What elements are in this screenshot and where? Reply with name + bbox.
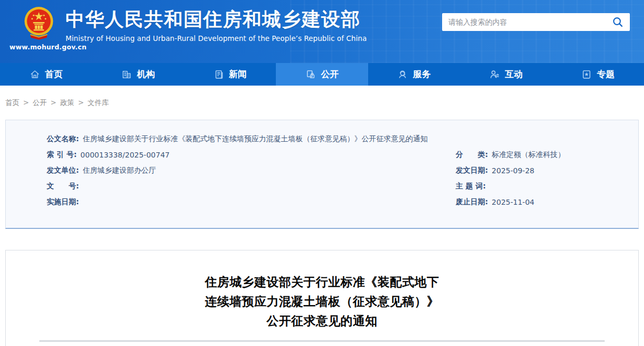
nav-item-label: 公开	[321, 68, 339, 80]
breadcrumb-item-document-library[interactable]: 文件库	[88, 98, 109, 107]
nav-item-label: 互动	[505, 68, 523, 80]
service-icon	[397, 69, 408, 80]
site-title-block: 中华人民共和国住房和城乡建设部 Ministry of Housing and …	[66, 7, 367, 43]
breadcrumb-item-policy[interactable]: 政策	[60, 98, 74, 107]
meta-field-index-no: 索 引 号: 000013338/2025-00747	[47, 147, 456, 163]
meta-value: 2025-11-04	[492, 198, 534, 206]
article-title: 住房城乡建设部关于行业标准《装配式地下 连续墙预应力混凝土墙板（征求意见稿）》 …	[6, 272, 638, 331]
breadcrumb-item-home[interactable]: 首页	[5, 98, 19, 107]
meta-value: 住房城乡建设部办公厅	[83, 166, 156, 175]
main-nav: 首页 机构 新闻 公开 服务	[0, 63, 644, 86]
site-title-en: Ministry of Housing and Urban-Rural Deve…	[66, 34, 367, 43]
nav-item-topics[interactable]: 专题	[552, 63, 644, 86]
nav-item-disclosure[interactable]: 公开	[276, 63, 368, 86]
nav-item-news[interactable]: 新闻	[184, 63, 276, 86]
topics-icon	[581, 69, 592, 80]
meta-field-repeal-date: 废止日期: 2025-11-04	[456, 194, 628, 210]
search-button[interactable]	[612, 16, 624, 28]
news-icon	[213, 69, 224, 80]
meta-label: 索 引 号:	[47, 150, 77, 160]
meta-label: 发文日期:	[456, 166, 488, 175]
meta-value: 000013338/2025-00747	[80, 151, 169, 159]
search-input[interactable]	[448, 18, 612, 26]
meta-field-doc-no: 文 号:	[47, 179, 456, 194]
meta-label: 实施日期:	[47, 197, 79, 207]
disclosure-icon	[305, 69, 316, 80]
nav-item-organization[interactable]: 机构	[92, 63, 184, 86]
organization-icon	[121, 69, 132, 80]
home-icon	[29, 69, 40, 80]
article-divider	[39, 340, 605, 342]
meta-value: 2025-09-28	[492, 166, 534, 175]
meta-label: 发文单位:	[47, 166, 79, 175]
meta-label: 主 题 词:	[456, 182, 486, 191]
site-url: www.mohurd.gov.cn	[9, 43, 68, 51]
nav-item-label: 专题	[597, 68, 615, 80]
article-panel: 住房城乡建设部关于行业标准《装配式地下 连续墙预应力混凝土墙板（征求意见稿）》 …	[5, 250, 639, 346]
nav-item-home[interactable]: 首页	[0, 63, 92, 86]
meta-field-doc-name: 公文名称: 住房城乡建设部关于行业标准《装配式地下连续墙预应力混凝土墙板（征求意…	[47, 131, 628, 147]
search-box	[442, 13, 630, 31]
nav-item-label: 服务	[413, 68, 431, 80]
nav-item-label: 首页	[45, 68, 63, 80]
document-meta-panel: 公文名称: 住房城乡建设部关于行业标准《装配式地下连续墙预应力混凝土墙板（征求意…	[5, 120, 639, 229]
meta-value: 住房城乡建设部关于行业标准《装配式地下连续墙预应力混凝土墙板（征求意见稿）》公开…	[83, 134, 428, 144]
meta-field-issuing-unit: 发文单位: 住房城乡建设部办公厅	[47, 163, 456, 179]
meta-label: 分 类:	[456, 150, 488, 160]
national-emblem-icon	[24, 5, 54, 42]
breadcrumb-item-disclosure[interactable]: 公开	[33, 98, 47, 107]
breadcrumb-separator: >	[50, 98, 56, 107]
meta-label: 文 号:	[47, 182, 79, 191]
meta-field-category: 分 类: 标准定额（标准科技）	[456, 147, 628, 163]
breadcrumb-separator: >	[78, 98, 84, 107]
interaction-icon	[489, 69, 500, 80]
nav-item-label: 新闻	[229, 68, 247, 80]
search-icon	[612, 16, 624, 28]
nav-item-label: 机构	[137, 68, 155, 80]
site-title-cn: 中华人民共和国住房和城乡建设部	[66, 7, 367, 32]
meta-field-subject-words: 主 题 词:	[456, 179, 628, 194]
meta-value: 标准定额（标准科技）	[492, 150, 565, 160]
site-header: www.mohurd.gov.cn 中华人民共和国住房和城乡建设部 Minist…	[0, 0, 644, 63]
nav-item-service[interactable]: 服务	[368, 63, 460, 86]
meta-label: 公文名称:	[47, 134, 79, 144]
meta-field-impl-date: 实施日期:	[47, 194, 456, 210]
site-logo[interactable]: www.mohurd.gov.cn	[9, 3, 68, 51]
breadcrumb-separator: >	[23, 98, 29, 107]
meta-field-issue-date: 发文日期: 2025-09-28	[456, 163, 628, 179]
nav-item-interaction[interactable]: 互动	[460, 63, 552, 86]
meta-label: 废止日期:	[456, 197, 488, 207]
breadcrumb: 首页>公开>政策>文件库	[0, 86, 644, 107]
